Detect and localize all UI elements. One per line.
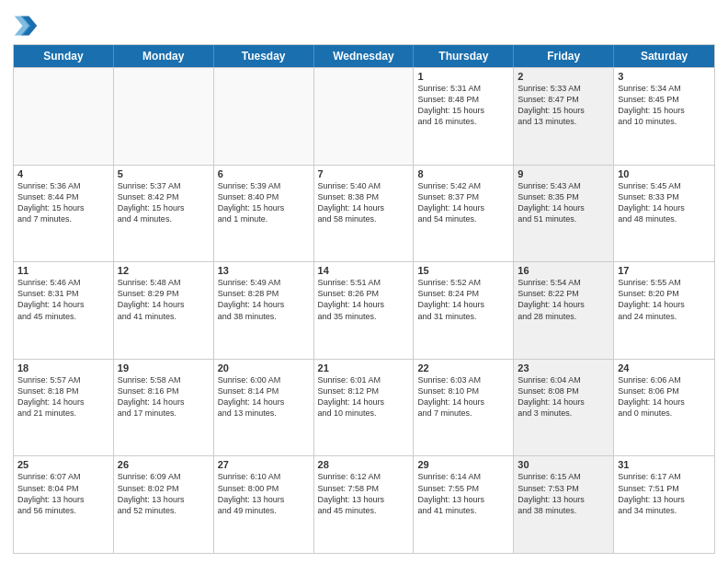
- calendar-row-1: 1Sunrise: 5:31 AM Sunset: 8:48 PM Daylig…: [14, 67, 714, 165]
- weekday-header-wednesday: Wednesday: [314, 45, 415, 67]
- weekday-header-monday: Monday: [114, 45, 214, 67]
- calendar-cell-2-2: 5Sunrise: 5:37 AM Sunset: 8:42 PM Daylig…: [114, 166, 214, 262]
- calendar-cell-3-1: 11Sunrise: 5:46 AM Sunset: 8:31 PM Dayli…: [14, 262, 114, 359]
- calendar-cell-5-7: 31Sunrise: 6:17 AM Sunset: 7:51 PM Dayli…: [614, 456, 714, 553]
- cell-info: Sunrise: 5:34 AM Sunset: 8:45 PM Dayligh…: [618, 83, 711, 128]
- page: SundayMondayTuesdayWednesdayThursdayFrid…: [0, 0, 728, 563]
- weekday-header-thursday: Thursday: [414, 45, 514, 67]
- calendar-cell-4-7: 24Sunrise: 6:06 AM Sunset: 8:06 PM Dayli…: [614, 360, 714, 456]
- cell-info: Sunrise: 5:33 AM Sunset: 8:47 PM Dayligh…: [518, 83, 609, 128]
- calendar-cell-2-4: 7Sunrise: 5:40 AM Sunset: 8:38 PM Daylig…: [314, 166, 415, 262]
- calendar-cell-2-6: 9Sunrise: 5:43 AM Sunset: 8:35 PM Daylig…: [514, 166, 614, 262]
- day-number: 22: [417, 362, 509, 373]
- weekday-header-tuesday: Tuesday: [214, 45, 314, 67]
- day-number: 31: [618, 459, 711, 470]
- cell-info: Sunrise: 6:06 AM Sunset: 8:06 PM Dayligh…: [618, 374, 711, 419]
- day-number: 26: [118, 459, 210, 470]
- day-number: 19: [118, 362, 210, 373]
- day-number: 3: [618, 71, 711, 82]
- cell-info: Sunrise: 6:10 AM Sunset: 8:00 PM Dayligh…: [218, 471, 310, 516]
- day-number: 28: [318, 459, 410, 470]
- cell-info: Sunrise: 6:03 AM Sunset: 8:10 PM Dayligh…: [417, 374, 509, 419]
- day-number: 13: [218, 265, 310, 276]
- day-number: 10: [618, 168, 711, 179]
- calendar-cell-5-4: 28Sunrise: 6:12 AM Sunset: 7:58 PM Dayli…: [314, 456, 415, 553]
- calendar-cell-4-5: 22Sunrise: 6:03 AM Sunset: 8:10 PM Dayli…: [414, 360, 514, 456]
- calendar-row-3: 11Sunrise: 5:46 AM Sunset: 8:31 PM Dayli…: [14, 261, 714, 359]
- cell-info: Sunrise: 5:55 AM Sunset: 8:20 PM Dayligh…: [618, 277, 711, 322]
- cell-info: Sunrise: 5:49 AM Sunset: 8:28 PM Dayligh…: [218, 277, 310, 322]
- cell-info: Sunrise: 6:17 AM Sunset: 7:51 PM Dayligh…: [618, 471, 711, 516]
- calendar-cell-5-1: 25Sunrise: 6:07 AM Sunset: 8:04 PM Dayli…: [14, 456, 114, 553]
- day-number: 5: [118, 168, 210, 179]
- cell-info: Sunrise: 5:43 AM Sunset: 8:35 PM Dayligh…: [518, 180, 609, 225]
- cell-info: Sunrise: 6:01 AM Sunset: 8:12 PM Dayligh…: [318, 374, 410, 419]
- day-number: 24: [618, 362, 711, 373]
- cell-info: Sunrise: 6:07 AM Sunset: 8:04 PM Dayligh…: [17, 471, 109, 516]
- weekday-header-friday: Friday: [514, 45, 614, 67]
- calendar-cell-2-7: 10Sunrise: 5:45 AM Sunset: 8:33 PM Dayli…: [614, 166, 714, 262]
- weekday-header-sunday: Sunday: [14, 45, 114, 67]
- logo: [13, 13, 42, 39]
- calendar-body: 1Sunrise: 5:31 AM Sunset: 8:48 PM Daylig…: [14, 67, 714, 553]
- calendar-cell-2-1: 4Sunrise: 5:36 AM Sunset: 8:44 PM Daylig…: [14, 166, 114, 262]
- calendar-cell-2-3: 6Sunrise: 5:39 AM Sunset: 8:40 PM Daylig…: [214, 166, 314, 262]
- calendar-cell-5-2: 26Sunrise: 6:09 AM Sunset: 8:02 PM Dayli…: [114, 456, 214, 553]
- day-number: 30: [518, 459, 609, 470]
- cell-info: Sunrise: 6:04 AM Sunset: 8:08 PM Dayligh…: [518, 374, 609, 419]
- day-number: 15: [417, 265, 509, 276]
- calendar-cell-1-5: 1Sunrise: 5:31 AM Sunset: 8:48 PM Daylig…: [414, 68, 514, 165]
- cell-info: Sunrise: 6:09 AM Sunset: 8:02 PM Dayligh…: [118, 471, 210, 516]
- calendar-row-4: 18Sunrise: 5:57 AM Sunset: 8:18 PM Dayli…: [14, 359, 714, 456]
- day-number: 6: [218, 168, 310, 179]
- logo-icon: [13, 13, 39, 39]
- cell-info: Sunrise: 5:57 AM Sunset: 8:18 PM Dayligh…: [17, 374, 109, 419]
- cell-info: Sunrise: 5:48 AM Sunset: 8:29 PM Dayligh…: [118, 277, 210, 322]
- cell-info: Sunrise: 5:46 AM Sunset: 8:31 PM Dayligh…: [17, 277, 109, 322]
- calendar-cell-3-5: 15Sunrise: 5:52 AM Sunset: 8:24 PM Dayli…: [414, 262, 514, 359]
- cell-info: Sunrise: 5:45 AM Sunset: 8:33 PM Dayligh…: [618, 180, 711, 225]
- calendar-cell-4-2: 19Sunrise: 5:58 AM Sunset: 8:16 PM Dayli…: [114, 360, 214, 456]
- calendar-cell-5-3: 27Sunrise: 6:10 AM Sunset: 8:00 PM Dayli…: [214, 456, 314, 553]
- calendar-cell-4-1: 18Sunrise: 5:57 AM Sunset: 8:18 PM Dayli…: [14, 360, 114, 456]
- calendar-cell-1-7: 3Sunrise: 5:34 AM Sunset: 8:45 PM Daylig…: [614, 68, 714, 165]
- calendar-cell-5-6: 30Sunrise: 6:15 AM Sunset: 7:53 PM Dayli…: [514, 456, 614, 553]
- day-number: 16: [518, 265, 609, 276]
- day-number: 14: [318, 265, 410, 276]
- calendar-cell-3-4: 14Sunrise: 5:51 AM Sunset: 8:26 PM Dayli…: [314, 262, 415, 359]
- calendar-cell-1-6: 2Sunrise: 5:33 AM Sunset: 8:47 PM Daylig…: [514, 68, 614, 165]
- cell-info: Sunrise: 5:52 AM Sunset: 8:24 PM Dayligh…: [417, 277, 509, 322]
- calendar-cell-3-3: 13Sunrise: 5:49 AM Sunset: 8:28 PM Dayli…: [214, 262, 314, 359]
- day-number: 9: [518, 168, 609, 179]
- day-number: 29: [417, 459, 509, 470]
- header: [13, 9, 715, 39]
- day-number: 17: [618, 265, 711, 276]
- day-number: 27: [218, 459, 310, 470]
- cell-info: Sunrise: 6:12 AM Sunset: 7:58 PM Dayligh…: [318, 471, 410, 516]
- calendar-cell-2-5: 8Sunrise: 5:42 AM Sunset: 8:37 PM Daylig…: [414, 166, 514, 262]
- calendar-cell-4-3: 20Sunrise: 6:00 AM Sunset: 8:14 PM Dayli…: [214, 360, 314, 456]
- day-number: 4: [17, 168, 109, 179]
- calendar: SundayMondayTuesdayWednesdayThursdayFrid…: [13, 44, 715, 554]
- calendar-cell-3-6: 16Sunrise: 5:54 AM Sunset: 8:22 PM Dayli…: [514, 262, 614, 359]
- cell-info: Sunrise: 5:31 AM Sunset: 8:48 PM Dayligh…: [417, 83, 509, 128]
- cell-info: Sunrise: 6:14 AM Sunset: 7:55 PM Dayligh…: [417, 471, 509, 516]
- calendar-cell-3-2: 12Sunrise: 5:48 AM Sunset: 8:29 PM Dayli…: [114, 262, 214, 359]
- calendar-cell-1-3: [214, 68, 314, 165]
- cell-info: Sunrise: 5:51 AM Sunset: 8:26 PM Dayligh…: [318, 277, 410, 322]
- day-number: 7: [318, 168, 410, 179]
- calendar-cell-1-1: [14, 68, 114, 165]
- cell-info: Sunrise: 5:54 AM Sunset: 8:22 PM Dayligh…: [518, 277, 609, 322]
- calendar-row-5: 25Sunrise: 6:07 AM Sunset: 8:04 PM Dayli…: [14, 455, 714, 553]
- calendar-cell-1-4: [314, 68, 415, 165]
- calendar-row-2: 4Sunrise: 5:36 AM Sunset: 8:44 PM Daylig…: [14, 165, 714, 262]
- day-number: 25: [17, 459, 109, 470]
- day-number: 18: [17, 362, 109, 373]
- cell-info: Sunrise: 5:39 AM Sunset: 8:40 PM Dayligh…: [218, 180, 310, 225]
- day-number: 1: [417, 71, 509, 82]
- cell-info: Sunrise: 5:58 AM Sunset: 8:16 PM Dayligh…: [118, 374, 210, 419]
- cell-info: Sunrise: 5:42 AM Sunset: 8:37 PM Dayligh…: [417, 180, 509, 225]
- calendar-cell-4-4: 21Sunrise: 6:01 AM Sunset: 8:12 PM Dayli…: [314, 360, 415, 456]
- calendar-header: SundayMondayTuesdayWednesdayThursdayFrid…: [14, 45, 714, 67]
- calendar-cell-3-7: 17Sunrise: 5:55 AM Sunset: 8:20 PM Dayli…: [614, 262, 714, 359]
